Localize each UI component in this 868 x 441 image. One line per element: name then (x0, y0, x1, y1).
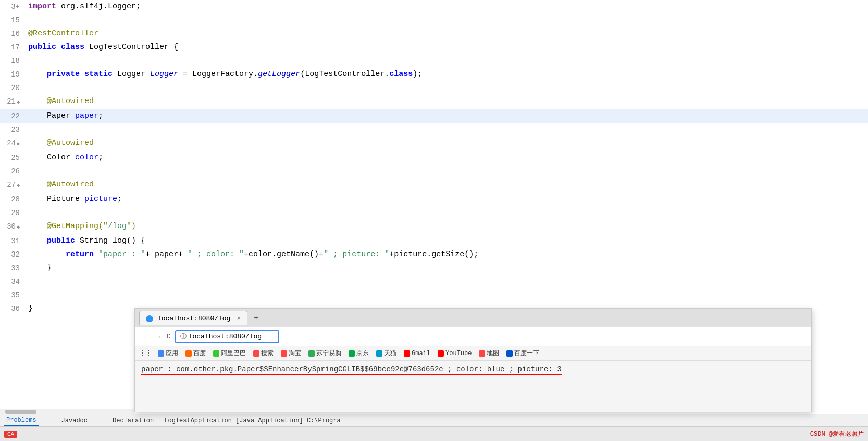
code-text: Color color; (28, 151, 868, 165)
code-text: private static Logger Logger = LoggerFac… (28, 68, 868, 81)
code-line: 32 return "paper : "+ paper+ " ; color: … (0, 248, 868, 261)
code-line: 18 (0, 54, 868, 68)
bookmarks-grid-icon: ⋮⋮ (139, 349, 152, 357)
bookmark-label: 淘宝 (289, 349, 301, 358)
code-text: public String log() { (28, 234, 868, 248)
bookmark-label: 百度 (193, 349, 206, 358)
bookmark-icon (281, 350, 287, 357)
bookmark-item[interactable]: 百度一下 (503, 348, 542, 359)
bookmark-item[interactable]: 地图 (476, 348, 502, 359)
code-line: 23 (0, 123, 868, 136)
code-line: 17public class LogTestController { (0, 41, 868, 54)
bookmark-item[interactable]: Gmail (401, 349, 433, 358)
problems-tab-item[interactable]: Problems (4, 415, 39, 426)
code-text: import org.slf4j.Logger; (28, 0, 868, 14)
run-indicator: CA (4, 431, 17, 438)
bookmark-icon (479, 350, 485, 357)
line-number: 15 (2, 14, 28, 27)
bookmark-item[interactable]: 百度 (182, 348, 209, 359)
horizontal-scrollbar[interactable] (0, 409, 134, 414)
bookmark-label: 应用 (166, 349, 178, 358)
code-text: return "paper : "+ paper+ " ; color: "+c… (28, 248, 868, 261)
forward-button[interactable]: → (154, 332, 162, 342)
line-number: 21◆ (2, 95, 28, 109)
address-input[interactable]: ⓘ localhost:8080/log (175, 330, 279, 343)
scrollbar-thumb[interactable] (5, 410, 36, 414)
status-bar: CA CSDN @爱看老照片 (0, 426, 868, 441)
tab-separator (47, 420, 51, 422)
tab-separator (98, 420, 102, 422)
address-text: localhost:8080/log (189, 333, 262, 341)
status-left: CA (4, 431, 17, 438)
code-text: @GetMapping("/log") (28, 220, 868, 233)
code-line: 22 Paper paper; (0, 109, 868, 123)
line-number: 31 (2, 234, 28, 248)
browser-bookmarks-bar: ⋮⋮应用百度阿里巴巴搜索淘宝苏宁易购京东天猫GmailYouTube地图百度一下 (135, 346, 811, 361)
browser-address-bar: ← → C ⓘ localhost:8080/log (135, 327, 811, 346)
bookmark-icon (213, 350, 219, 357)
bookmark-label: 百度一下 (514, 349, 539, 358)
code-text: Picture picture; (28, 193, 868, 206)
code-line: 15 (0, 14, 868, 27)
lock-icon: ⓘ (180, 332, 187, 341)
code-line: 25 Color color; (0, 151, 868, 165)
line-number: 32 (2, 248, 28, 261)
new-tab-button[interactable]: + (250, 313, 263, 323)
bookmark-label: 京东 (356, 349, 369, 358)
bookmark-label: 苏宁易购 (316, 349, 341, 358)
line-number: 24◆ (2, 136, 28, 151)
line-number: 19 (2, 68, 28, 81)
bookmark-icon (376, 350, 382, 357)
code-line: 21◆ @Autowired (0, 95, 868, 109)
code-text: @Autowired (28, 136, 868, 150)
bookmark-item[interactable]: YouTube (435, 349, 475, 358)
code-line: 30◆ @GetMapping("/log") (0, 220, 868, 234)
line-number: 34 (2, 275, 28, 288)
browser-page-content: paper : com.other.pkg.Paper$$EnhancerByS… (135, 361, 811, 379)
line-number: 25 (2, 151, 28, 165)
back-button[interactable]: ← (141, 332, 150, 342)
bookmark-label: Gmail (412, 350, 430, 357)
bookmark-icon (158, 350, 164, 357)
bookmark-label: 搜索 (261, 349, 274, 358)
bookmark-item[interactable]: 京东 (345, 348, 372, 359)
bookmark-item[interactable]: 阿里巴巴 (210, 348, 249, 359)
code-text: @Autowired (28, 95, 868, 108)
code-line: 24◆ @Autowired (0, 136, 868, 151)
code-text: Paper paper; (28, 109, 868, 123)
code-line: 20 (0, 81, 868, 95)
run-status: LogTestApplication [Java Application] C:… (164, 417, 340, 424)
problems-tab-item[interactable]: Javadoc (59, 416, 90, 425)
code-text: public class LogTestController { (28, 41, 868, 54)
bookmark-item[interactable]: 天猫 (373, 348, 400, 359)
line-number: 17 (2, 41, 28, 54)
line-number: 22 (2, 109, 28, 123)
browser-tab-label: localhost:8080/log (157, 314, 230, 322)
code-line: 19 private static Logger Logger = Logger… (0, 68, 868, 81)
browser-tab[interactable]: 🌐 localhost:8080/log × (139, 311, 247, 325)
code-line: 28 Picture picture; (0, 193, 868, 206)
code-line: 16@RestController (0, 27, 868, 41)
line-number: 16 (2, 27, 28, 41)
bookmark-item[interactable]: 搜索 (250, 348, 277, 359)
bookmark-item[interactable]: 应用 (155, 348, 181, 359)
refresh-button[interactable]: C (167, 333, 171, 341)
line-number: 26 (2, 165, 28, 178)
bookmark-item[interactable]: 苏宁易购 (305, 348, 344, 359)
browser-tab-close-button[interactable]: × (237, 315, 240, 322)
line-number: 36 (2, 302, 28, 312)
problems-tabs: ProblemsJavadocDeclaration (4, 415, 156, 426)
bookmark-item[interactable]: 淘宝 (278, 348, 304, 359)
line-number: 33 (2, 261, 28, 275)
code-line: 33 } (0, 261, 868, 275)
bookmark-label: 地图 (487, 349, 499, 358)
line-number: 29 (2, 206, 28, 220)
code-line: 35 (0, 288, 868, 302)
browser-popup: 🌐 localhost:8080/log × + ← → C ⓘ localho… (134, 308, 812, 412)
code-text: @RestController (28, 27, 868, 41)
line-number: 35 (2, 288, 28, 302)
problems-tab-item[interactable]: Declaration (110, 416, 156, 425)
bookmark-icon (253, 350, 259, 357)
code-line: 27◆ @Autowired (0, 178, 868, 193)
bookmark-icon (185, 350, 192, 357)
